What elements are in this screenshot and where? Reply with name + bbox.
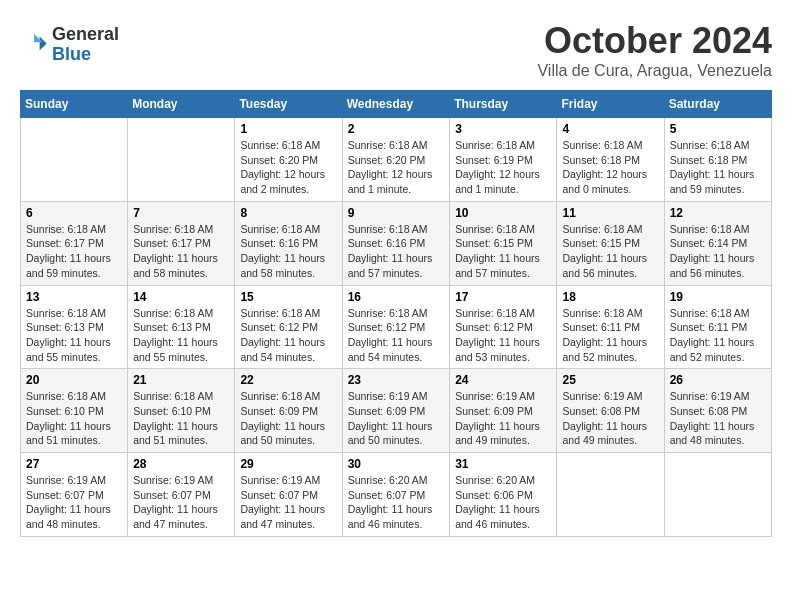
calendar-day-10: 10Sunrise: 6:18 AMSunset: 6:15 PMDayligh… [450, 201, 557, 285]
day-number: 29 [240, 457, 336, 471]
calendar-day-25: 25Sunrise: 6:19 AMSunset: 6:08 PMDayligh… [557, 369, 664, 453]
day-number: 2 [348, 122, 445, 136]
calendar-day-28: 28Sunrise: 6:19 AMSunset: 6:07 PMDayligh… [128, 453, 235, 537]
day-info: Sunrise: 6:19 AMSunset: 6:08 PMDaylight:… [670, 389, 766, 448]
calendar-day-21: 21Sunrise: 6:18 AMSunset: 6:10 PMDayligh… [128, 369, 235, 453]
day-info: Sunrise: 6:18 AMSunset: 6:10 PMDaylight:… [26, 389, 122, 448]
day-number: 5 [670, 122, 766, 136]
day-info: Sunrise: 6:18 AMSunset: 6:12 PMDaylight:… [348, 306, 445, 365]
weekday-header-saturday: Saturday [664, 91, 771, 118]
day-number: 23 [348, 373, 445, 387]
calendar-week-4: 20Sunrise: 6:18 AMSunset: 6:10 PMDayligh… [21, 369, 772, 453]
day-number: 3 [455, 122, 551, 136]
calendar-day-2: 2Sunrise: 6:18 AMSunset: 6:20 PMDaylight… [342, 118, 450, 202]
month-title: October 2024 [537, 20, 772, 62]
calendar-day-29: 29Sunrise: 6:19 AMSunset: 6:07 PMDayligh… [235, 453, 342, 537]
day-number: 6 [26, 206, 122, 220]
page-header: General Blue October 2024 Villa de Cura,… [20, 20, 772, 80]
day-info: Sunrise: 6:19 AMSunset: 6:07 PMDaylight:… [240, 473, 336, 532]
day-info: Sunrise: 6:20 AMSunset: 6:06 PMDaylight:… [455, 473, 551, 532]
day-info: Sunrise: 6:18 AMSunset: 6:13 PMDaylight:… [133, 306, 229, 365]
day-info: Sunrise: 6:18 AMSunset: 6:14 PMDaylight:… [670, 222, 766, 281]
day-info: Sunrise: 6:18 AMSunset: 6:16 PMDaylight:… [240, 222, 336, 281]
calendar-day-1: 1Sunrise: 6:18 AMSunset: 6:20 PMDaylight… [235, 118, 342, 202]
logo-text: General Blue [52, 25, 119, 65]
weekday-header-sunday: Sunday [21, 91, 128, 118]
weekday-header-monday: Monday [128, 91, 235, 118]
day-info: Sunrise: 6:18 AMSunset: 6:12 PMDaylight:… [455, 306, 551, 365]
calendar-week-5: 27Sunrise: 6:19 AMSunset: 6:07 PMDayligh… [21, 453, 772, 537]
weekday-header-wednesday: Wednesday [342, 91, 450, 118]
day-number: 4 [562, 122, 658, 136]
calendar-day-4: 4Sunrise: 6:18 AMSunset: 6:18 PMDaylight… [557, 118, 664, 202]
calendar-day-12: 12Sunrise: 6:18 AMSunset: 6:14 PMDayligh… [664, 201, 771, 285]
calendar-day-27: 27Sunrise: 6:19 AMSunset: 6:07 PMDayligh… [21, 453, 128, 537]
calendar-day-19: 19Sunrise: 6:18 AMSunset: 6:11 PMDayligh… [664, 285, 771, 369]
calendar-week-2: 6Sunrise: 6:18 AMSunset: 6:17 PMDaylight… [21, 201, 772, 285]
day-number: 12 [670, 206, 766, 220]
day-number: 24 [455, 373, 551, 387]
calendar-day-23: 23Sunrise: 6:19 AMSunset: 6:09 PMDayligh… [342, 369, 450, 453]
day-number: 31 [455, 457, 551, 471]
empty-cell [21, 118, 128, 202]
day-info: Sunrise: 6:18 AMSunset: 6:19 PMDaylight:… [455, 138, 551, 197]
logo-blue: Blue [52, 45, 119, 65]
day-info: Sunrise: 6:18 AMSunset: 6:20 PMDaylight:… [240, 138, 336, 197]
calendar-day-9: 9Sunrise: 6:18 AMSunset: 6:16 PMDaylight… [342, 201, 450, 285]
logo-icon [20, 31, 48, 59]
day-info: Sunrise: 6:18 AMSunset: 6:13 PMDaylight:… [26, 306, 122, 365]
day-number: 17 [455, 290, 551, 304]
calendar-day-31: 31Sunrise: 6:20 AMSunset: 6:06 PMDayligh… [450, 453, 557, 537]
day-number: 22 [240, 373, 336, 387]
day-info: Sunrise: 6:18 AMSunset: 6:20 PMDaylight:… [348, 138, 445, 197]
day-info: Sunrise: 6:18 AMSunset: 6:18 PMDaylight:… [562, 138, 658, 197]
weekday-header-tuesday: Tuesday [235, 91, 342, 118]
day-number: 18 [562, 290, 658, 304]
day-info: Sunrise: 6:19 AMSunset: 6:09 PMDaylight:… [455, 389, 551, 448]
day-info: Sunrise: 6:19 AMSunset: 6:09 PMDaylight:… [348, 389, 445, 448]
day-info: Sunrise: 6:18 AMSunset: 6:10 PMDaylight:… [133, 389, 229, 448]
day-number: 9 [348, 206, 445, 220]
location: Villa de Cura, Aragua, Venezuela [537, 62, 772, 80]
logo: General Blue [20, 25, 119, 65]
day-number: 14 [133, 290, 229, 304]
day-info: Sunrise: 6:20 AMSunset: 6:07 PMDaylight:… [348, 473, 445, 532]
day-number: 15 [240, 290, 336, 304]
day-info: Sunrise: 6:18 AMSunset: 6:11 PMDaylight:… [562, 306, 658, 365]
day-info: Sunrise: 6:19 AMSunset: 6:07 PMDaylight:… [26, 473, 122, 532]
calendar-day-3: 3Sunrise: 6:18 AMSunset: 6:19 PMDaylight… [450, 118, 557, 202]
day-number: 26 [670, 373, 766, 387]
day-number: 1 [240, 122, 336, 136]
empty-cell [557, 453, 664, 537]
day-info: Sunrise: 6:18 AMSunset: 6:16 PMDaylight:… [348, 222, 445, 281]
day-number: 10 [455, 206, 551, 220]
calendar-day-30: 30Sunrise: 6:20 AMSunset: 6:07 PMDayligh… [342, 453, 450, 537]
calendar-day-8: 8Sunrise: 6:18 AMSunset: 6:16 PMDaylight… [235, 201, 342, 285]
calendar-day-15: 15Sunrise: 6:18 AMSunset: 6:12 PMDayligh… [235, 285, 342, 369]
day-info: Sunrise: 6:18 AMSunset: 6:09 PMDaylight:… [240, 389, 336, 448]
calendar-day-5: 5Sunrise: 6:18 AMSunset: 6:18 PMDaylight… [664, 118, 771, 202]
calendar-header-row: SundayMondayTuesdayWednesdayThursdayFrid… [21, 91, 772, 118]
day-number: 13 [26, 290, 122, 304]
calendar-day-16: 16Sunrise: 6:18 AMSunset: 6:12 PMDayligh… [342, 285, 450, 369]
calendar-table: SundayMondayTuesdayWednesdayThursdayFrid… [20, 90, 772, 537]
day-info: Sunrise: 6:18 AMSunset: 6:15 PMDaylight:… [455, 222, 551, 281]
day-info: Sunrise: 6:19 AMSunset: 6:08 PMDaylight:… [562, 389, 658, 448]
day-number: 28 [133, 457, 229, 471]
calendar-week-3: 13Sunrise: 6:18 AMSunset: 6:13 PMDayligh… [21, 285, 772, 369]
day-info: Sunrise: 6:18 AMSunset: 6:11 PMDaylight:… [670, 306, 766, 365]
day-info: Sunrise: 6:19 AMSunset: 6:07 PMDaylight:… [133, 473, 229, 532]
svg-marker-0 [40, 36, 47, 50]
day-number: 27 [26, 457, 122, 471]
svg-marker-1 [34, 34, 42, 42]
day-number: 19 [670, 290, 766, 304]
day-info: Sunrise: 6:18 AMSunset: 6:17 PMDaylight:… [26, 222, 122, 281]
empty-cell [664, 453, 771, 537]
calendar-day-24: 24Sunrise: 6:19 AMSunset: 6:09 PMDayligh… [450, 369, 557, 453]
calendar-day-18: 18Sunrise: 6:18 AMSunset: 6:11 PMDayligh… [557, 285, 664, 369]
day-info: Sunrise: 6:18 AMSunset: 6:17 PMDaylight:… [133, 222, 229, 281]
day-number: 16 [348, 290, 445, 304]
day-number: 30 [348, 457, 445, 471]
calendar-day-17: 17Sunrise: 6:18 AMSunset: 6:12 PMDayligh… [450, 285, 557, 369]
weekday-header-thursday: Thursday [450, 91, 557, 118]
